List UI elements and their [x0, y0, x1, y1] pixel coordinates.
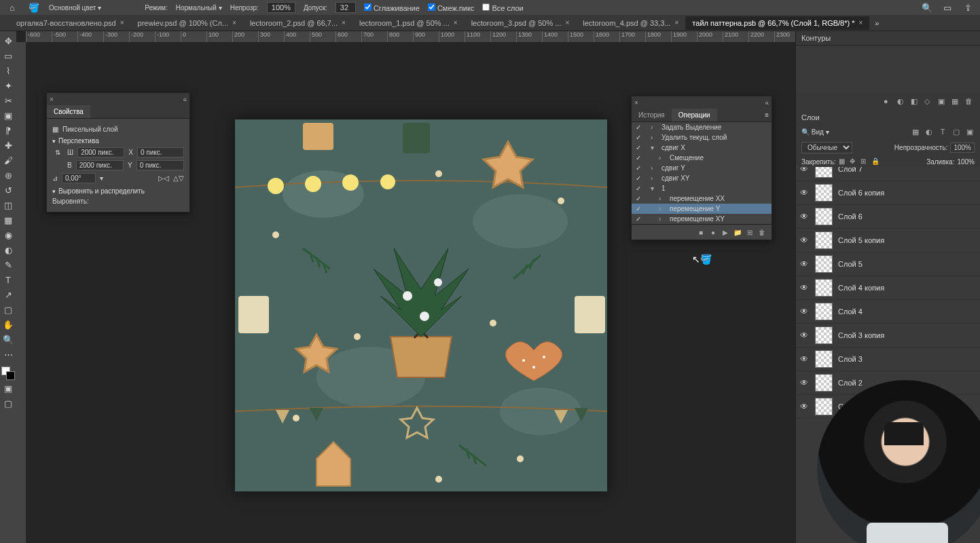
collapse-icon[interactable]: « [765, 99, 769, 107]
move-tool-icon[interactable]: ✥ [1, 34, 15, 48]
layer-thumbnail[interactable] [815, 303, 833, 320]
adj-icon[interactable]: ◐ [897, 97, 907, 107]
adj-icon[interactable]: ◇ [924, 97, 934, 107]
close-tab-icon[interactable]: × [232, 19, 236, 26]
layer-thumbnail[interactable] [815, 208, 833, 225]
visibility-icon[interactable]: 👁 [800, 378, 810, 388]
actions-tab[interactable]: Операции [672, 109, 717, 121]
brush-tool-icon[interactable]: 🖌 [1, 153, 15, 167]
adj-icon[interactable]: ▦ [951, 97, 961, 107]
action-row[interactable]: ✓›Задать Выделение [632, 122, 772, 132]
check-icon[interactable]: ✓ [634, 134, 642, 141]
visibility-icon[interactable]: 👁 [800, 236, 810, 245]
close-tab-icon[interactable]: × [859, 19, 863, 26]
flip-v-icon[interactable]: △▽ [173, 174, 184, 182]
layer-thumbnail[interactable] [815, 374, 833, 392]
check-icon[interactable]: ✓ [634, 215, 642, 223]
folder-icon[interactable]: 📁 [732, 227, 743, 238]
filter-shape-icon[interactable]: ▢ [951, 127, 961, 136]
expand-icon[interactable]: › [651, 134, 657, 141]
tolerance-value[interactable]: 32 [335, 2, 356, 13]
document-tab[interactable]: lectoroom_3.psd @ 50% ...× [465, 16, 577, 30]
home-icon[interactable]: ⌂ [5, 1, 19, 14]
layer-row[interactable]: 👁Слой 3 [796, 348, 980, 371]
collapse-icon[interactable]: « [183, 96, 187, 103]
layer-thumbnail[interactable] [815, 255, 833, 273]
filter-smart-icon[interactable]: ▣ [965, 127, 975, 136]
antialias-checkbox[interactable]: Сглаживание [364, 3, 420, 12]
kind-dropdown[interactable]: 🔍 Вид ▾ [801, 128, 829, 136]
zoom-tool-icon[interactable]: 🔍 [1, 333, 15, 346]
link-icon[interactable]: ⇅ [52, 149, 63, 156]
foreground-color-dropdown[interactable]: Основной цвет ▾ [49, 4, 101, 12]
play-icon[interactable]: ▶ [720, 227, 731, 238]
action-row[interactable]: ✓›Смещение [632, 153, 772, 163]
canvas-area[interactable]: -600-500-400-300-200-1000100200300400500… [16, 31, 795, 543]
visibility-icon[interactable]: 👁 [800, 354, 810, 364]
action-row[interactable]: ✓›перемещение Y [632, 204, 772, 214]
paths-tab[interactable]: Контуры [801, 34, 831, 42]
action-row[interactable]: ✓›перемещение XX [632, 193, 772, 204]
close-tab-icon[interactable]: × [454, 19, 458, 26]
tab-overflow-icon[interactable]: » [869, 19, 884, 27]
height-field[interactable]: 2000 пикс. [76, 160, 124, 170]
check-icon[interactable]: ✓ [634, 144, 642, 151]
properties-tab[interactable]: Свойства [47, 105, 90, 118]
stamp-tool-icon[interactable]: ⊛ [1, 168, 15, 182]
pen-tool-icon[interactable]: ✎ [1, 258, 15, 272]
layer-row[interactable]: 👁Слой 3 копия [796, 324, 980, 348]
type-tool-icon[interactable]: T [1, 273, 15, 286]
check-icon[interactable]: ✓ [634, 205, 642, 212]
layer-name[interactable]: Слой 5 копия [838, 236, 884, 244]
gradient-tool-icon[interactable]: ▦ [1, 213, 15, 227]
lock-all-icon[interactable]: 🔒 [871, 157, 879, 166]
flip-h-icon[interactable]: ▷◁ [158, 174, 169, 182]
lock-artboard-icon[interactable]: ⊞ [860, 157, 869, 166]
frame-tool-icon[interactable]: ▣ [1, 109, 15, 122]
adj-icon[interactable]: ▣ [938, 97, 947, 107]
layers-tab[interactable]: Слои [801, 113, 820, 121]
heal-tool-icon[interactable]: ✚ [1, 138, 15, 152]
check-icon[interactable]: ✓ [634, 174, 642, 182]
filter-pixel-icon[interactable]: ▦ [911, 127, 920, 136]
new-icon[interactable]: ⊞ [744, 227, 755, 238]
expand-icon[interactable]: › [659, 215, 666, 223]
check-icon[interactable]: ✓ [634, 154, 642, 162]
document-tab[interactable]: lectoroom_2.psd @ 66,7...× [243, 16, 352, 30]
action-row[interactable]: ✓▾1 [632, 183, 772, 193]
close-tab-icon[interactable]: × [342, 19, 346, 26]
align-section[interactable]: Выровнять и распределить [52, 187, 184, 195]
layer-row[interactable]: 👁Слой 4 копия [796, 276, 980, 300]
lock-pixels-icon[interactable]: ▦ [839, 157, 847, 166]
wand-tool-icon[interactable]: ✦ [1, 79, 15, 92]
close-tab-icon[interactable]: × [565, 19, 569, 26]
visibility-icon[interactable]: 👁 [800, 212, 810, 221]
layer-name[interactable]: Слой 7 [838, 167, 863, 173]
layer-name[interactable]: Слой 6 копия [838, 189, 884, 197]
eraser-tool-icon[interactable]: ◫ [1, 198, 15, 212]
contiguous-checkbox[interactable]: Смеж.пикс [428, 3, 475, 12]
visibility-icon[interactable]: 👁 [800, 402, 810, 411]
layer-row[interactable]: 👁Слой 6 копия [796, 181, 980, 205]
adj-icon[interactable]: ◧ [911, 97, 920, 107]
expand-icon[interactable]: › [651, 164, 657, 172]
stop-icon[interactable]: ■ [695, 227, 706, 238]
record-icon[interactable]: ● [708, 227, 719, 238]
layer-thumbnail[interactable] [815, 350, 833, 368]
opacity-value[interactable]: 100% [267, 2, 295, 13]
lock-position-icon[interactable]: ✥ [850, 157, 858, 166]
expand-icon[interactable]: ▾ [651, 185, 657, 192]
share-icon[interactable]: ⇪ [961, 1, 975, 14]
check-icon[interactable]: ✓ [634, 164, 642, 172]
bucket-icon[interactable]: 🪣 [27, 1, 41, 14]
layer-name[interactable]: Слой 3 копия [838, 331, 884, 339]
adj-icon[interactable]: ● [884, 97, 893, 107]
panel-menu-icon[interactable]: ≡ [762, 109, 772, 121]
expand-icon[interactable]: › [659, 205, 666, 212]
expand-icon[interactable]: › [659, 195, 666, 202]
layer-thumbnail[interactable] [815, 279, 833, 297]
edit-toolbar-icon[interactable]: ⋯ [1, 348, 15, 361]
visibility-icon[interactable]: 👁 [800, 307, 810, 316]
quickmask-icon[interactable]: ▣ [1, 381, 15, 395]
close-icon[interactable]: × [634, 99, 638, 107]
